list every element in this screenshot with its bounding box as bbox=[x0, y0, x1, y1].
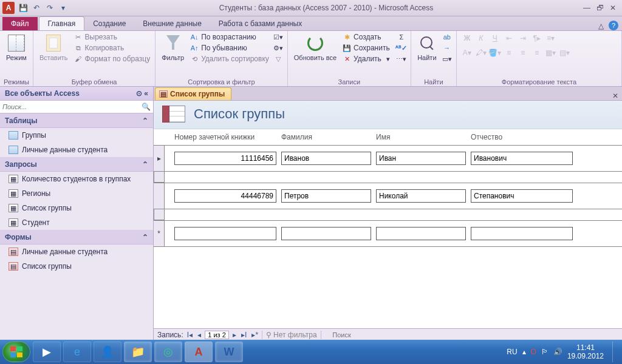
cell-patr[interactable]: Степанович bbox=[471, 189, 573, 203]
recnav-next[interactable]: ▸ bbox=[231, 331, 238, 339]
align-left-button[interactable]: ≡ bbox=[502, 47, 516, 59]
undo-icon[interactable]: ↶ bbox=[30, 2, 43, 14]
cell-num[interactable] bbox=[174, 227, 276, 240]
cell-name[interactable]: Николай bbox=[376, 189, 466, 203]
delete-record-button[interactable]: ✕Удалить▾ bbox=[341, 54, 394, 64]
refresh-all-button[interactable]: Обновить все bbox=[292, 32, 339, 62]
altcolor-button[interactable]: ▤▾ bbox=[558, 47, 572, 59]
list-button[interactable]: ≡▾ bbox=[544, 32, 558, 44]
find-button[interactable]: Найти bbox=[415, 32, 439, 62]
minimize-button[interactable]: — bbox=[583, 4, 590, 12]
cut-button[interactable]: ✂Вырезать bbox=[73, 32, 152, 42]
cell-fam[interactable]: Петров bbox=[281, 189, 371, 203]
taskbar-user[interactable]: 👤 bbox=[94, 342, 121, 362]
nav-item-table[interactable]: Группы bbox=[0, 128, 153, 143]
tray-flag-icon[interactable]: 🏳 bbox=[541, 348, 549, 356]
fill-button[interactable]: 🪣▾ bbox=[488, 47, 502, 59]
indent-inc-button[interactable]: ⇥ bbox=[516, 32, 530, 44]
taskbar-access[interactable]: A bbox=[185, 342, 213, 362]
sort-asc-button[interactable]: A↓По возрастанию bbox=[189, 32, 270, 42]
italic-button[interactable]: К bbox=[474, 32, 488, 44]
taskbar-ie[interactable]: e bbox=[63, 342, 91, 362]
gridlines-button[interactable]: ▦▾ bbox=[544, 47, 558, 59]
nav-item-table[interactable]: Личные данные студента bbox=[0, 143, 153, 157]
nav-group-forms[interactable]: Формы⌃ bbox=[0, 230, 153, 244]
ltr-button[interactable]: ¶▸ bbox=[530, 32, 544, 44]
cell-patr[interactable] bbox=[471, 227, 573, 240]
nav-group-queries[interactable]: Запросы⌃ bbox=[0, 157, 153, 172]
tab-external[interactable]: Внешние данные bbox=[134, 17, 210, 30]
taskbar-app[interactable]: ◎ bbox=[154, 342, 182, 362]
copy-button[interactable]: ⧉Копировать bbox=[73, 43, 152, 53]
nav-header[interactable]: Все объекты Access ⊙ « bbox=[0, 87, 153, 101]
nav-item-query[interactable]: ▦Регионы bbox=[0, 186, 153, 201]
doc-tab-active[interactable]: ▤ Список группы bbox=[155, 87, 231, 100]
cell-num[interactable]: 11116456 bbox=[174, 152, 276, 165]
view-mode-button[interactable]: Режим bbox=[4, 32, 29, 62]
taskbar-explorer[interactable]: 📁 bbox=[124, 342, 152, 362]
nav-item-form[interactable]: ▤Список группы bbox=[0, 259, 153, 274]
recnav-first[interactable]: I◂ bbox=[186, 331, 194, 339]
bold-button[interactable]: Ж bbox=[460, 32, 474, 44]
nav-item-query[interactable]: ▦Список группы bbox=[0, 201, 153, 215]
align-center-button[interactable]: ≡ bbox=[516, 47, 530, 59]
taskbar-word[interactable]: W bbox=[215, 342, 243, 362]
paste-button[interactable]: Вставить bbox=[37, 32, 70, 62]
align-right-button[interactable]: ≡ bbox=[530, 47, 544, 59]
remove-sort-button[interactable]: ⟲Удалить сортировку bbox=[189, 54, 270, 64]
select-button[interactable]: ▭▾ bbox=[442, 54, 453, 64]
totals-button[interactable]: Σ bbox=[396, 32, 407, 42]
recnav-new[interactable]: ▸* bbox=[250, 331, 259, 339]
new-record-selector[interactable]: * bbox=[154, 221, 165, 246]
file-tab[interactable]: Файл bbox=[2, 17, 38, 30]
nav-dropdown-icon[interactable]: ⊙ bbox=[136, 89, 142, 98]
tab-home[interactable]: Главная bbox=[39, 16, 85, 30]
save-record-button[interactable]: 💾Сохранить bbox=[341, 43, 394, 53]
indent-dec-button[interactable]: ⇤ bbox=[502, 32, 516, 44]
selection-filter-button[interactable]: ☑▾ bbox=[273, 32, 284, 42]
recnav-last[interactable]: ▸I bbox=[240, 331, 248, 339]
filter-button[interactable]: Фильтр bbox=[159, 32, 186, 62]
tab-create[interactable]: Создание bbox=[84, 17, 134, 30]
tray-show-hidden[interactable]: ▴ bbox=[522, 348, 526, 356]
recnav-filter[interactable]: ⚲Нет фильтра bbox=[262, 331, 321, 339]
toggle-filter-button[interactable]: ▽ bbox=[273, 54, 284, 64]
advanced-filter-button[interactable]: ⚙▾ bbox=[273, 43, 284, 53]
sort-desc-button[interactable]: A↑По убыванию bbox=[189, 43, 270, 53]
record-selector[interactable]: ▸ bbox=[154, 146, 165, 171]
format-painter-button[interactable]: 🖌Формат по образцу bbox=[73, 54, 152, 64]
start-button[interactable] bbox=[2, 342, 30, 362]
cell-name[interactable]: Иван bbox=[376, 152, 466, 165]
replace-button[interactable]: ab bbox=[442, 32, 453, 42]
doc-close-button[interactable]: ✕ bbox=[612, 92, 618, 100]
tray-opera-icon[interactable]: O bbox=[531, 348, 536, 356]
cell-fam[interactable] bbox=[281, 227, 371, 240]
restore-button[interactable]: 🗗 bbox=[596, 4, 604, 12]
record-selector[interactable] bbox=[154, 183, 165, 209]
cell-patr[interactable]: Иванович bbox=[471, 152, 573, 165]
cell-num[interactable]: 44446789 bbox=[174, 189, 276, 203]
close-button[interactable]: ✕ bbox=[610, 4, 616, 12]
cell-fam[interactable]: Иванов bbox=[281, 152, 371, 165]
search-icon[interactable]: 🔍 bbox=[142, 103, 151, 111]
new-record-button[interactable]: ✱Создать bbox=[341, 32, 394, 42]
nav-group-tables[interactable]: Таблицы⌃ bbox=[0, 113, 153, 128]
more-records-button[interactable]: ⋯▾ bbox=[396, 54, 407, 64]
taskbar-mediaplayer[interactable]: ▶ bbox=[33, 342, 61, 362]
nav-collapse-icon[interactable]: « bbox=[144, 89, 148, 98]
nav-item-form[interactable]: ▤Личные данные студента bbox=[0, 244, 153, 259]
recnav-position[interactable] bbox=[205, 331, 229, 339]
nav-item-query[interactable]: ▦Количество студентов в группах bbox=[0, 172, 153, 186]
underline-button[interactable]: Ч bbox=[488, 32, 502, 44]
tray-volume-icon[interactable]: 🔊 bbox=[553, 348, 562, 356]
nav-item-query[interactable]: ▦Студент bbox=[0, 215, 153, 230]
font-color-button[interactable]: A▾ bbox=[460, 47, 474, 59]
redo-icon[interactable]: ↷ bbox=[44, 2, 56, 14]
show-desktop-button[interactable] bbox=[612, 342, 620, 362]
recnav-search[interactable] bbox=[324, 331, 360, 339]
recnav-prev[interactable]: ◂ bbox=[196, 331, 202, 339]
clock[interactable]: 11:41 19.09.2012 bbox=[567, 343, 604, 361]
lang-indicator[interactable]: RU bbox=[507, 348, 517, 356]
help-button[interactable]: ? bbox=[609, 21, 618, 30]
minimize-ribbon-icon[interactable]: △ bbox=[598, 22, 604, 30]
